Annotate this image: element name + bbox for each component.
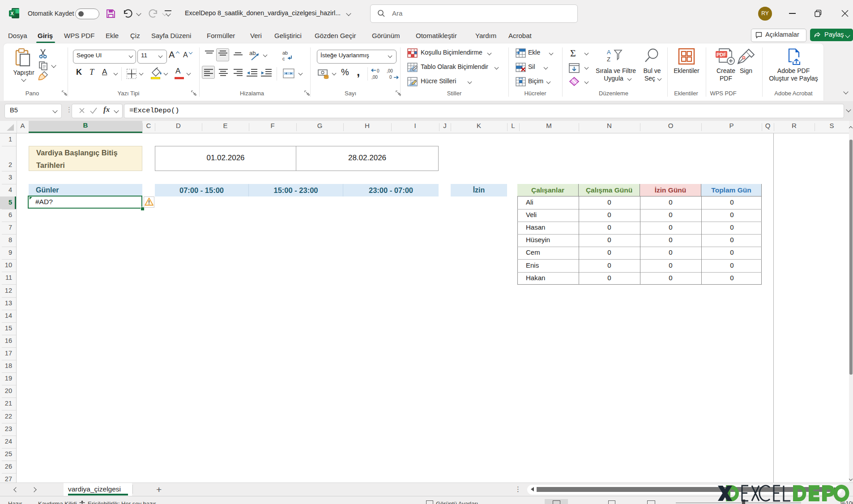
svg-text:PDF: PDF bbox=[717, 52, 726, 57]
svg-text:0: 0 bbox=[377, 68, 380, 73]
svg-text:Z: Z bbox=[607, 56, 610, 62]
svg-text:,00: ,00 bbox=[387, 68, 393, 73]
svg-text:c: c bbox=[282, 56, 285, 61]
svg-text:,00: ,00 bbox=[371, 75, 378, 80]
svg-text:ab: ab bbox=[282, 50, 288, 56]
svg-text:ab: ab bbox=[249, 50, 256, 56]
svg-text:X: X bbox=[10, 11, 14, 16]
svg-text:0: 0 bbox=[389, 75, 392, 80]
svg-text:A: A bbox=[607, 49, 611, 56]
